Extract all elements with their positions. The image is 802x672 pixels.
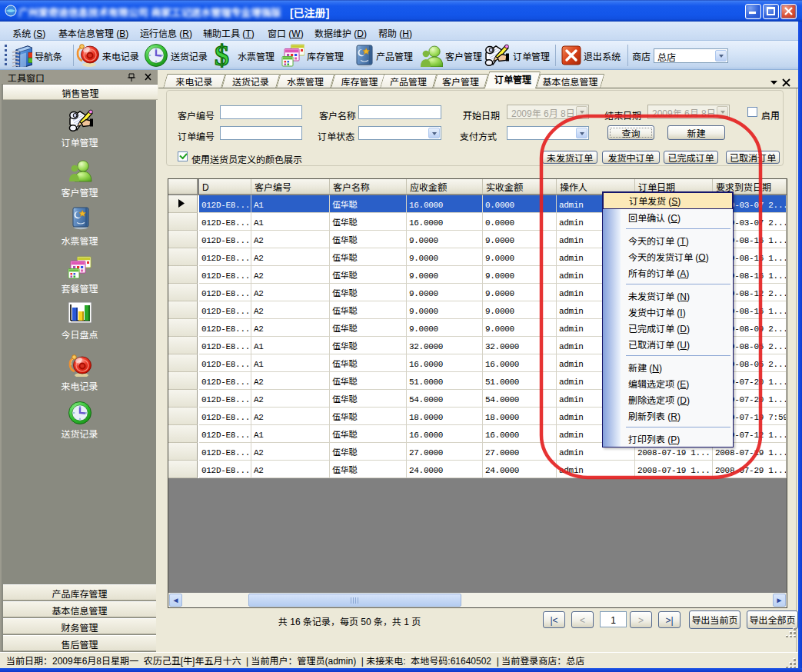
svg-text:$: $ <box>215 43 229 68</box>
